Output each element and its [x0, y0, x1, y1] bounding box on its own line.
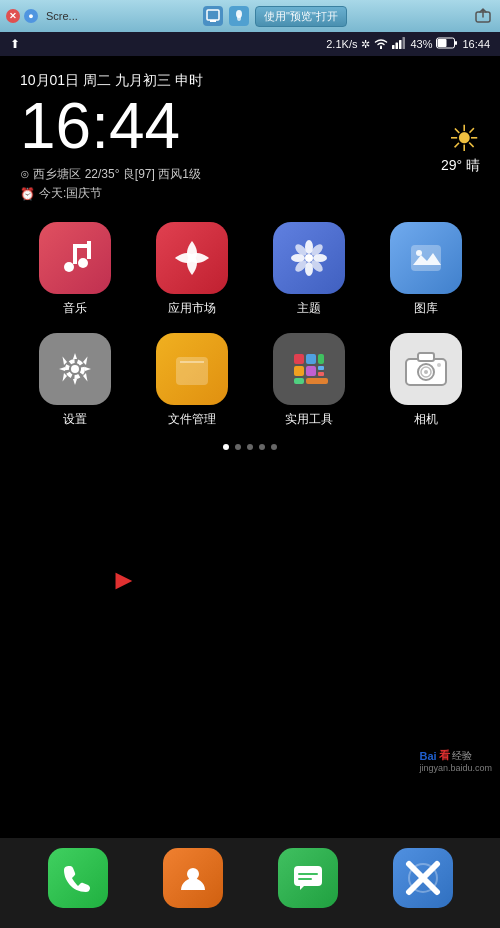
svg-rect-49 — [298, 873, 318, 875]
page-dots — [20, 444, 480, 450]
svg-rect-48 — [294, 866, 322, 886]
camera-label: 相机 — [414, 411, 438, 428]
holiday-icon: ⏰ — [20, 187, 35, 201]
dock-phone[interactable] — [48, 848, 108, 908]
dock-contacts[interactable] — [163, 848, 223, 908]
status-bar: ⬆ 2.1K/s ✲ 43% 1 — [0, 32, 500, 56]
music-icon — [39, 222, 111, 294]
app-gallery[interactable]: 图库 — [371, 222, 480, 317]
appmarket-icon — [156, 222, 228, 294]
svg-rect-50 — [298, 878, 312, 880]
screenshot-status-icon: ⬆ — [10, 37, 20, 51]
share-button[interactable] — [472, 5, 494, 27]
dot-2 — [235, 444, 241, 450]
signal-icon — [392, 37, 406, 51]
dock-wechat[interactable] — [393, 848, 453, 908]
tools-label: 实用工具 — [285, 411, 333, 428]
svg-rect-40 — [306, 378, 328, 384]
svg-rect-36 — [306, 366, 316, 376]
app-theme[interactable]: 主题 — [254, 222, 363, 317]
app-tools[interactable]: 实用工具 — [254, 333, 363, 428]
status-right: 2.1K/s ✲ 43% 16:44 — [326, 37, 490, 51]
browser-center: 使用"预览"打开 — [82, 6, 468, 27]
dock-messages[interactable] — [278, 848, 338, 908]
svg-point-45 — [424, 370, 428, 374]
settings-icon — [39, 333, 111, 405]
weather-row: 16:44 ⊙ 西乡塘区 22/35° 良[97] 西风1级 ⏰ 今天:国庆节 … — [20, 94, 480, 202]
dot-3 — [247, 444, 253, 450]
svg-rect-34 — [318, 354, 324, 364]
svg-rect-6 — [396, 43, 399, 50]
app-grid: 音乐 应用市场 — [20, 222, 480, 428]
app-music[interactable]: 音乐 — [20, 222, 129, 317]
app-appmarket[interactable]: 应用市场 — [137, 222, 246, 317]
phone-screen: 10月01日 周二 九月初三 申时 16:44 ⊙ 西乡塘区 22/35° 良[… — [0, 56, 500, 868]
svg-rect-1 — [210, 20, 216, 22]
date-display: 10月01日 周二 九月初三 申时 — [20, 72, 480, 90]
app-files[interactable]: 文件管理 — [137, 333, 246, 428]
svg-point-46 — [437, 363, 441, 367]
weather-location: ⊙ 西乡塘区 22/35° 良[97] 西风1级 — [20, 166, 201, 183]
browser-controls: ✕ ● Scre... — [6, 9, 78, 23]
svg-point-27 — [416, 250, 422, 256]
settings-label: 设置 — [63, 411, 87, 428]
svg-point-3 — [237, 15, 241, 21]
svg-rect-0 — [207, 10, 219, 20]
baidu-watermark: Bai看经验 jingyan.baidu.com — [419, 748, 492, 773]
appmarket-label: 应用市场 — [168, 300, 216, 317]
time-display: 16:44 ⊙ 西乡塘区 22/35° 良[97] 西风1级 ⏰ 今天:国庆节 — [20, 94, 201, 202]
wifi-icon — [374, 37, 388, 51]
gallery-icon — [390, 222, 462, 294]
svg-rect-39 — [294, 378, 304, 384]
svg-rect-10 — [438, 39, 447, 47]
svg-rect-15 — [87, 241, 91, 259]
network-speed: 2.1K/s — [326, 38, 357, 50]
svg-rect-42 — [418, 353, 434, 361]
camera-icon — [390, 333, 462, 405]
weather-right: ☀ 29° 晴 — [441, 121, 480, 175]
messages-dock-icon — [278, 848, 338, 908]
svg-rect-35 — [294, 366, 304, 376]
dock — [0, 838, 500, 928]
tools-icon — [273, 333, 345, 405]
torch-icon[interactable] — [229, 6, 249, 26]
svg-point-29 — [71, 365, 79, 373]
app-settings[interactable]: 设置 — [20, 333, 129, 428]
svg-rect-11 — [455, 41, 457, 45]
minimize-button[interactable]: ● — [24, 9, 38, 23]
music-label: 音乐 — [63, 300, 87, 317]
open-preview-button[interactable]: 使用"预览"打开 — [255, 6, 347, 27]
wechat-dock-icon — [393, 848, 453, 908]
svg-point-12 — [64, 262, 74, 272]
browser-title: Scre... — [46, 10, 78, 22]
gallery-label: 图库 — [414, 300, 438, 317]
svg-rect-38 — [318, 372, 324, 376]
close-button[interactable]: ✕ — [6, 9, 20, 23]
holiday-text: 今天:国庆节 — [39, 185, 102, 202]
status-left: ⬆ — [10, 37, 20, 51]
dot-5 — [271, 444, 277, 450]
battery-percent: 43% — [410, 38, 432, 50]
clock: 16:44 — [462, 38, 490, 50]
svg-point-17 — [305, 254, 313, 262]
phone-dock-icon — [48, 848, 108, 908]
weather-holiday: ⏰ 今天:国庆节 — [20, 185, 201, 202]
app-camera[interactable]: 相机 — [371, 333, 480, 428]
svg-rect-8 — [403, 37, 406, 49]
svg-rect-32 — [294, 354, 304, 364]
red-arrow: ◄ — [110, 564, 138, 596]
theme-icon — [273, 222, 345, 294]
dot-1 — [223, 444, 229, 450]
svg-rect-37 — [318, 366, 324, 370]
screenshot-icon[interactable] — [203, 6, 223, 26]
files-label: 文件管理 — [168, 411, 216, 428]
svg-rect-7 — [399, 40, 402, 49]
baidu-url: jingyan.baidu.com — [419, 763, 492, 773]
clock-large: 16:44 — [20, 94, 201, 158]
bluetooth-icon: ✲ — [361, 38, 370, 51]
dot-4 — [259, 444, 265, 450]
files-icon — [156, 333, 228, 405]
svg-point-13 — [78, 258, 88, 268]
svg-rect-5 — [392, 45, 395, 49]
contacts-dock-icon — [163, 848, 223, 908]
